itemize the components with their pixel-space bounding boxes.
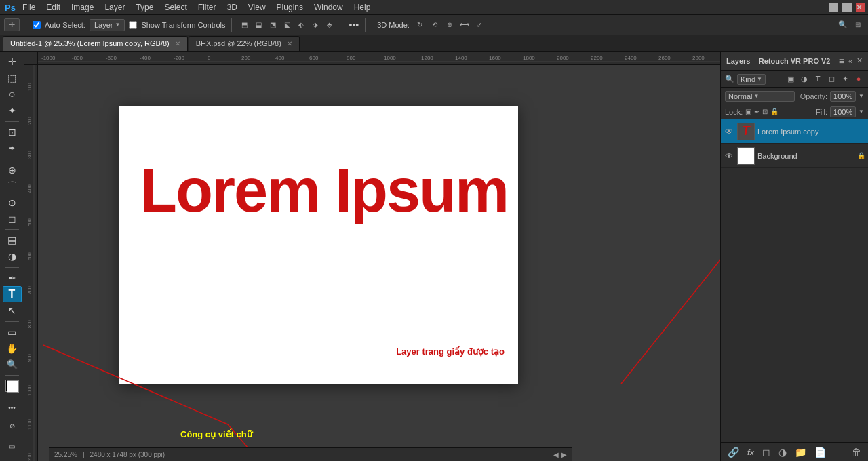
layer-visibility-icon[interactable]: 👁 [724,126,734,137]
maximize-button[interactable] [842,3,852,12]
background-color[interactable] [7,380,19,393]
align-bottom-icon[interactable]: ⬔ [267,19,279,31]
menu-filter[interactable]: Filter [193,1,221,14]
dodge-tool[interactable]: ◑ [3,249,22,264]
svg-text:200: 200 [27,117,32,125]
align-hcenter-icon[interactable]: ⬖ [295,19,307,31]
move-tool[interactable]: ✛ [3,54,22,70]
panel-collapse-icon[interactable]: « [848,57,852,65]
distribute-icon[interactable]: ⬘ [323,19,336,31]
filter-toggle[interactable]: ● [853,75,864,83]
svg-text:1000: 1000 [384,55,396,61]
opacity-value[interactable]: 100% [830,91,856,102]
layer-item-lorem-ipsum-copy[interactable]: 👁 T Lorem Ipsum copy [721,119,868,144]
menu-select[interactable]: Select [159,1,191,14]
menu-plugins[interactable]: Plugins [272,1,308,14]
crop-tool[interactable]: ⊡ [3,125,22,140]
menu-layer[interactable]: Layer [100,1,130,14]
auto-select-checkbox[interactable] [33,21,41,29]
quick-mask-button[interactable]: ⊘ [3,416,22,435]
stamp-tool[interactable]: ⊙ [3,195,22,210]
screen-mode-button[interactable]: ▭ [3,437,22,456]
layer-visibility-bg-icon[interactable]: 👁 [724,151,734,161]
svg-text:2600: 2600 [658,55,671,61]
more-tools-button[interactable]: ••• [3,400,22,416]
tool-separator-3 [5,229,19,230]
menu-help[interactable]: Help [349,1,376,14]
document-canvas[interactable]: Lorem Ipsum Layer trang giấy được tạo [119,106,518,384]
close-button[interactable]: ✕ [856,3,865,12]
layer-effects-button[interactable]: fx [745,447,757,458]
menu-type[interactable]: Type [131,1,158,14]
align-vcenter-icon[interactable]: ⬓ [252,19,264,31]
layer-dropdown[interactable]: Layer ▼ [90,19,125,31]
new-group-button[interactable]: 📁 [792,445,809,459]
lock-artboard-icon[interactable]: ⊡ [762,108,768,115]
3d-slide-icon[interactable]: ⟷ [458,19,471,31]
zoom-tool[interactable]: 🔍 [3,357,22,372]
hand-tool[interactable]: ✋ [3,340,22,356]
new-adjustment-button[interactable]: ◑ [776,445,789,459]
selection-tool[interactable]: ⬚ [3,71,22,86]
color-swatches[interactable] [3,378,22,394]
filter-type-icon[interactable]: T [812,75,823,83]
align-top-icon[interactable]: ⬒ [238,19,250,31]
horizontal-ruler: -1000 -800 -600 -400 -200 0 200 400 600 … [38,52,720,65]
menu-window[interactable]: Window [309,1,348,14]
prev-page-icon[interactable]: ◀ [553,451,559,458]
add-mask-button[interactable]: ◻ [760,445,773,459]
search-icon[interactable]: 🔍 [838,20,848,29]
separator4 [365,18,366,32]
link-layers-button[interactable]: 🔗 [725,445,742,459]
filter-adjust-icon[interactable]: ◑ [799,75,810,83]
type-tool[interactable]: T [3,286,22,302]
3d-pan-icon[interactable]: ⊕ [443,19,456,31]
align-right-icon[interactable]: ⬗ [309,19,321,31]
path-select-icon: ↖ [8,305,16,316]
gradient-tool[interactable]: ▤ [3,233,22,248]
layer-item-background[interactable]: 👁 Background 🔒 [721,144,868,168]
show-transform-checkbox[interactable] [129,21,137,29]
brush-tool[interactable]: ⌒ [3,178,22,194]
blend-mode-dropdown[interactable]: Normal ▼ [725,91,795,102]
pen-tool[interactable]: ✒ [3,270,22,286]
minimize-button[interactable] [829,3,838,12]
magic-wand-tool[interactable]: ✦ [3,103,22,119]
panel-close-icon[interactable]: ✕ [856,56,863,65]
healing-tool[interactable]: ⊕ [3,162,22,178]
options-bar: ✛ Auto-Select: Layer ▼ Show Transform Co… [0,15,868,35]
path-select-tool[interactable]: ↖ [3,303,22,319]
panel-menu-icon[interactable]: ≡ [839,56,844,66]
shape-tool[interactable]: ▭ [3,325,22,340]
filter-smart-icon[interactable]: ✦ [840,75,850,83]
menu-3d[interactable]: 3D [222,1,241,14]
lock-position-icon[interactable]: ✒ [754,108,760,115]
more-options-button[interactable]: ••• [349,20,359,31]
new-layer-button[interactable]: 📄 [812,445,829,459]
eyedropper-tool[interactable]: ✒ [3,141,22,157]
3d-roll-icon[interactable]: ⟲ [429,19,441,31]
tab-bhx[interactable]: BHX.psd @ 22% (RGB/8) ✕ [189,36,300,51]
lock-pixels-icon[interactable]: ▣ [745,108,751,115]
tab-untitled[interactable]: Untitled-1 @ 25.3% (Lorem Ipsum copy, RG… [3,36,188,51]
move-tool-button[interactable]: ✛ [4,18,20,31]
lasso-tool[interactable]: ○ [3,87,22,102]
close-tab-icon[interactable]: ✕ [175,40,180,47]
3d-scale-icon[interactable]: ⤢ [473,19,486,31]
filter-kind-dropdown[interactable]: Kind ▼ [737,74,766,85]
delete-layer-button[interactable]: 🗑 [849,445,864,459]
lock-all-icon[interactable]: 🔒 [770,108,778,115]
eraser-tool[interactable]: ◻ [3,211,22,226]
next-page-icon[interactable]: ▶ [561,451,567,458]
menu-edit[interactable]: Edit [41,1,65,14]
menu-view[interactable]: View [243,1,271,14]
3d-rotate-icon[interactable]: ↻ [414,19,426,31]
filter-pixel-icon[interactable]: ▣ [785,75,796,83]
fill-value[interactable]: 100% [830,106,856,117]
close-tab-2-icon[interactable]: ✕ [287,40,292,47]
align-left-icon[interactable]: ⬕ [281,19,293,31]
filter-shape-icon[interactable]: ◻ [826,75,837,83]
menu-file[interactable]: File [18,1,40,14]
workspace-icon[interactable]: ⊟ [852,19,864,31]
menu-image[interactable]: Image [66,1,98,14]
